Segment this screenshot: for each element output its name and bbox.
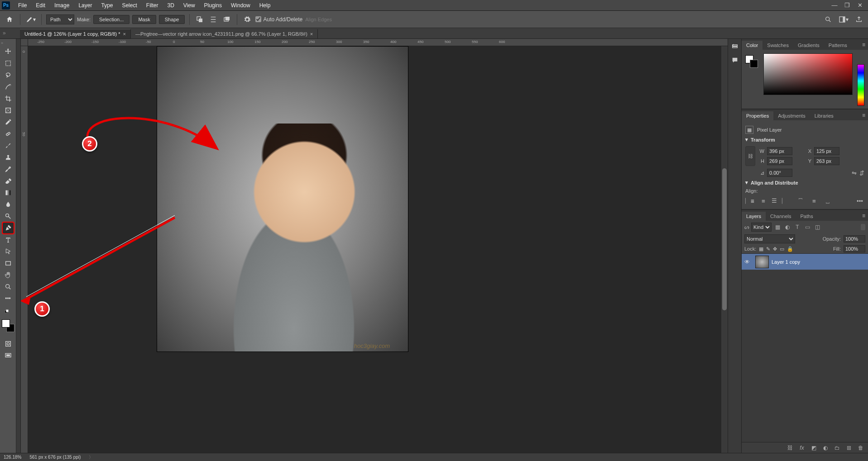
ruler-vertical[interactable]: 0 50 (21, 46, 28, 453)
opacity-field[interactable] (844, 235, 865, 242)
tab-patterns[interactable]: Patterns (824, 41, 852, 50)
link-wh-icon[interactable]: ⛓ (745, 146, 755, 166)
path-arrangement-icon[interactable] (221, 14, 232, 25)
x-field[interactable] (814, 147, 839, 155)
document-canvas[interactable]: hoc3giay.com (157, 46, 408, 352)
menu-window[interactable]: Window (226, 1, 255, 10)
gear-icon[interactable] (242, 14, 253, 25)
panel-menu-icon[interactable]: ≡ (859, 40, 868, 50)
align-left-icon[interactable]: ⎸☰ (745, 196, 754, 205)
tab-gradients[interactable]: Gradients (793, 41, 824, 50)
color-spectrum[interactable] (763, 53, 853, 95)
frame-tool[interactable] (3, 105, 14, 116)
path-operations-icon[interactable] (194, 14, 205, 25)
layer-style-icon[interactable]: fx (798, 444, 806, 451)
make-mask-button[interactable]: Mask (132, 15, 156, 24)
tab-libraries[interactable]: Libraries (810, 111, 838, 120)
pen-tool[interactable] (3, 223, 14, 233)
layer-mask-icon[interactable]: ◩ (810, 444, 817, 451)
filter-smart-icon[interactable]: ◫ (813, 223, 821, 231)
window-minimize[interactable]: — (828, 0, 841, 10)
window-maximize[interactable]: ❐ (841, 0, 854, 10)
color-hue-bar[interactable] (857, 64, 864, 106)
path-alignment-icon[interactable] (208, 14, 219, 25)
lasso-tool[interactable] (3, 70, 14, 81)
filter-shape-icon[interactable]: ▭ (803, 223, 811, 231)
foreground-color[interactable] (2, 319, 10, 328)
align-top-icon[interactable]: ⎴ (796, 196, 805, 205)
workspace-switcher-icon[interactable]: ▾ (838, 14, 849, 25)
history-panel-icon[interactable] (730, 42, 740, 52)
tab-document-1[interactable]: Untitled-1 @ 126% (Layer 1 copy, RGB/8) … (20, 29, 131, 38)
comments-panel-icon[interactable] (730, 55, 740, 65)
align-hcenter-icon[interactable]: ≡ (759, 196, 768, 205)
hand-tool[interactable] (3, 270, 14, 280)
tab-properties[interactable]: Properties (742, 111, 773, 120)
angle-field[interactable] (767, 169, 792, 177)
brush-tool[interactable] (3, 140, 14, 151)
flip-horizontal-icon[interactable]: ⇋ (852, 170, 857, 176)
search-icon[interactable] (823, 14, 834, 25)
menu-filter[interactable]: Filter (142, 1, 163, 10)
menu-image[interactable]: Image (50, 1, 74, 10)
width-field[interactable] (767, 147, 792, 155)
rectangle-tool[interactable] (3, 258, 14, 269)
menu-file[interactable]: File (14, 1, 31, 10)
menu-layer[interactable]: Layer (74, 1, 96, 10)
path-selection-tool[interactable] (3, 246, 14, 257)
canvas-area[interactable]: -250 -200 -150 -100 -50 0 50 100 150 200… (21, 39, 728, 453)
dodge-tool[interactable] (3, 211, 14, 222)
auto-add-delete-checkbox[interactable]: Auto Add/Delete (255, 16, 302, 23)
filter-pixel-icon[interactable]: ▦ (773, 223, 782, 231)
menu-help[interactable]: Help (255, 1, 275, 10)
menu-select[interactable]: Select (117, 1, 141, 10)
healing-brush-tool[interactable] (3, 128, 14, 139)
layer-list[interactable]: 👁 Layer 1 copy (742, 253, 868, 442)
clone-stamp-tool[interactable] (3, 152, 14, 163)
share-icon[interactable] (854, 14, 864, 25)
type-tool[interactable] (3, 234, 14, 245)
menu-type[interactable]: Type (96, 1, 117, 10)
crop-tool[interactable] (3, 93, 14, 104)
align-right-icon[interactable]: ☰⎹ (772, 196, 782, 205)
align-bottom-icon[interactable]: ⎵ (823, 196, 832, 205)
panel-menu-icon[interactable]: ≡ (859, 211, 868, 221)
marquee-tool[interactable] (3, 58, 14, 69)
document-info[interactable]: 561 px x 676 px (135 ppi) (29, 455, 81, 460)
link-layers-icon[interactable]: ⛓ (786, 444, 794, 451)
filter-toggle-icon[interactable] (861, 224, 865, 230)
layer-filter-kind-select[interactable]: Kind (751, 223, 772, 232)
layer-thumbnail[interactable] (755, 256, 769, 268)
adjustment-layer-icon[interactable]: ◐ (822, 444, 829, 451)
zoom-level[interactable]: 126.18% (4, 455, 21, 460)
lock-transparency-icon[interactable]: ▦ (759, 246, 763, 252)
menu-edit[interactable]: Edit (31, 1, 50, 10)
tab-close-icon[interactable]: × (310, 31, 313, 37)
menu-plugins[interactable]: Plugins (200, 1, 226, 10)
group-icon[interactable]: 🗀 (834, 444, 841, 451)
layer-visibility-icon[interactable]: 👁 (742, 259, 753, 265)
tab-adjustments[interactable]: Adjustments (773, 111, 810, 120)
tool-mode-select[interactable]: Path (46, 14, 74, 24)
quick-selection-tool[interactable] (3, 81, 14, 92)
filter-adjust-icon[interactable]: ◐ (783, 223, 791, 231)
new-layer-icon[interactable]: ⊞ (845, 444, 853, 451)
align-vcenter-icon[interactable]: ≡ (810, 196, 819, 205)
foreground-background-swatches[interactable] (2, 319, 14, 332)
layer-name[interactable]: Layer 1 copy (772, 259, 800, 265)
tab-swatches[interactable]: Swatches (762, 41, 793, 50)
tab-paths[interactable]: Paths (796, 212, 818, 221)
tab-close-icon[interactable]: × (123, 31, 126, 37)
lock-position-icon[interactable]: ✥ (773, 246, 777, 252)
tab-layers[interactable]: Layers (742, 212, 766, 221)
color-fg-bg-swatch[interactable] (745, 55, 758, 68)
eraser-tool[interactable] (3, 176, 14, 186)
lock-all-icon[interactable]: 🔒 (787, 246, 793, 252)
panel-menu-icon[interactable]: ≡ (859, 110, 868, 120)
screen-mode-toggle[interactable] (3, 350, 14, 361)
canvas-scrollbar-vertical[interactable] (721, 46, 728, 453)
lock-artboard-icon[interactable]: ▭ (780, 246, 784, 252)
blur-tool[interactable] (3, 199, 14, 210)
default-colors-icon[interactable] (3, 309, 14, 315)
flip-vertical-icon[interactable]: ⇵ (859, 170, 864, 176)
